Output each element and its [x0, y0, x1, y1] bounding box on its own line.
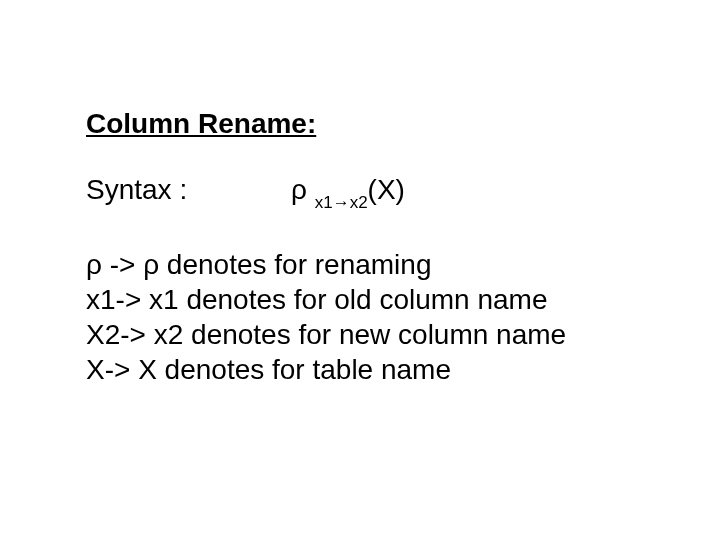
slide: Column Rename: Syntax : ρ x1→x2(X) ρ -> …: [0, 0, 720, 540]
rho-subscript: x1→x2: [315, 193, 368, 212]
explanation-line-3: X2-> x2 denotes for new column name: [86, 317, 634, 352]
syntax-expression: ρ x1→x2(X): [291, 174, 405, 211]
section-heading: Column Rename:: [86, 108, 634, 140]
rho-argument: (X): [368, 174, 405, 205]
explanation-block: ρ -> ρ denotes for renaming x1-> x1 deno…: [86, 247, 634, 387]
syntax-label: Syntax :: [86, 174, 187, 206]
explanation-line-1: ρ -> ρ denotes for renaming: [86, 247, 634, 282]
explanation-line-2: x1-> x1 denotes for old column name: [86, 282, 634, 317]
syntax-line: Syntax : ρ x1→x2(X): [86, 174, 634, 211]
explanation-line-4: X-> X denotes for table name: [86, 352, 634, 387]
rho-symbol: ρ: [291, 174, 315, 205]
